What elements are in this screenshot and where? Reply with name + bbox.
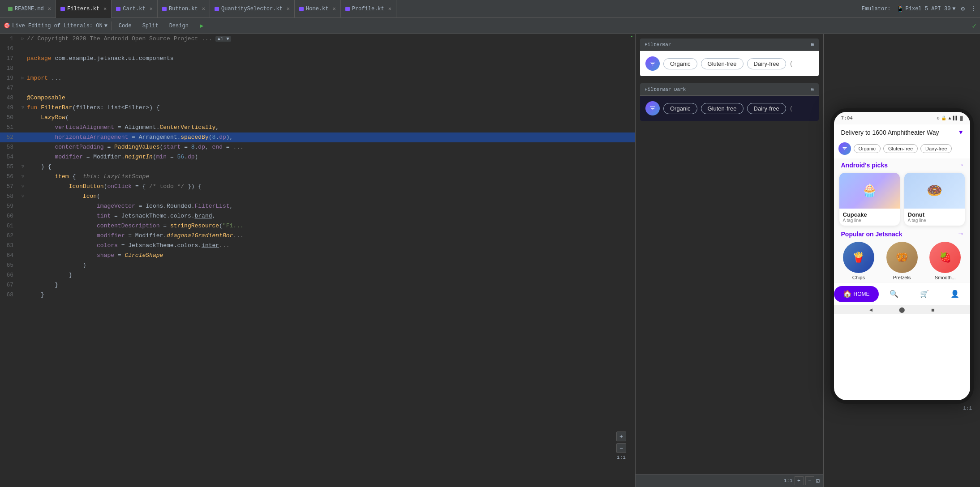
code-line-55: 55 ▽ ) { [0,162,635,172]
pretzels-card[interactable]: 🥨 Pretzels [882,242,921,280]
preview-zoom-level: 1:1 [784,478,793,483]
code-line-54: 54 modifier = Modifier.heightIn(min = 56… [0,152,635,162]
signal-icon: ▌▌ [953,116,958,121]
separator2 [196,21,196,30]
home-btn[interactable]: ⬤ [899,307,905,313]
code-line-60: 60 tint = JetsnackTheme.colors.brand, [0,211,635,221]
code-line-65: 65 ) [0,261,635,270]
tab-button[interactable]: Button.kt ✕ [158,0,210,18]
donut-tag: A tag line [908,218,961,223]
nav-cart[interactable]: 🛒 [909,290,940,298]
code-line-62: 62 modifier = Modifier.diagonalGradientB… [0,231,635,241]
preview-panel: FilterBar ⊞ Organic Gluten-free Dai [635,34,823,487]
phone-home-indicator: ◀ ⬤ ◼ [834,305,970,314]
code-line-64: 64 shape = CircleShape [0,251,635,261]
dairy-free-phone-chip[interactable]: Dairy-free [920,144,952,153]
settings-icon[interactable]: ⚙ [961,5,965,13]
chips-card[interactable]: 🍟 Chips [839,242,878,280]
right-gutter [628,34,635,487]
design-view-btn[interactable]: Design [166,22,192,30]
organic-phone-chip[interactable]: Organic [854,144,881,153]
code-line-59: 59 imageVector = Icons.Rounded.FilterLis… [0,201,635,211]
code-line-53: 53 contentPadding = PaddingValues(start … [0,142,635,152]
code-line-61: 61 contentDescription = stringResource("… [0,221,635,231]
filterbar-dark-title: FilterBar Dark [645,87,686,92]
code-lines: 1 ▷ // Copyright 2020 The Android Open S… [0,34,635,300]
code-line-17: 17 package com.example.jetsnack.ui.compo… [0,54,635,64]
phone-filter-icon[interactable] [838,142,851,155]
check-icon: ✓ [972,21,976,30]
cupcake-info: Cupcake A tag line [839,209,900,226]
filterbar-dark-body: Organic Gluten-free Dairy-free ( [640,96,819,121]
filterbar-light-card: FilterBar ⊞ Organic Gluten-free Dai [640,38,819,76]
tab-filters[interactable]: Filters.kt ✕ [56,0,112,18]
home-icon: 🏠 [843,290,852,298]
chips-name: Chips [852,275,865,280]
popular-arrow[interactable]: → [959,230,963,238]
donut-card[interactable]: 🍩 Donut A tag line [904,173,965,226]
nav-home[interactable]: 🏠 HOME [834,286,879,302]
battery-icon: ▓ [960,116,963,121]
code-line-48: 48 @Composable [0,93,635,103]
split-view-btn[interactable]: Split [139,22,162,30]
tab-profile[interactable]: Profile.kt ✕ [341,0,396,18]
code-line-66: 66 } [0,270,635,280]
phone-time: 7:04 [841,115,853,121]
popular-row: 🍟 Chips 🥨 Pretzels 🍓 Smooth... [834,240,970,282]
preview-mode-icon-dark[interactable]: ⊞ [811,86,814,93]
play-icon[interactable]: ▶ [200,22,203,30]
preview-zoom-in[interactable]: + [795,476,804,485]
more-icon[interactable]: ⋮ [970,5,976,13]
code-line-58: 58 ▽ Icon( [0,192,635,201]
cupcake-card[interactable]: 🧁 Cupcake A tag line [839,173,900,226]
right-panel: FilterBar ⊞ Organic Gluten-free Dai [635,34,980,487]
preview-fit-btn[interactable]: ⊡ [816,477,820,485]
separator [111,21,112,30]
zoom-in-btn[interactable]: + [616,431,626,441]
recents-btn[interactable]: ◼ [931,307,934,313]
tab-cart[interactable]: Cart.kt ✕ [112,0,158,18]
gluten-free-chip-light[interactable]: Gluten-free [701,58,744,69]
androids-picks-arrow[interactable]: → [959,161,963,169]
search-icon: 🔍 [890,290,898,298]
nav-profile[interactable]: 👤 [940,290,970,298]
nav-search[interactable]: 🔍 [879,290,909,298]
filterbar-light-header: FilterBar ⊞ [640,38,819,51]
filterbar-light-body: Organic Gluten-free Dairy-free ( [640,51,819,76]
dairy-free-chip-light[interactable]: Dairy-free [747,58,786,69]
live-editing-toggle[interactable]: 🎯 Live Editing of Literals: ON ▼ [4,22,107,29]
delivery-chevron-icon[interactable]: ▼ [959,129,963,136]
device-selector[interactable]: 📱 Pixel 5 API 30 ▼ [896,5,956,13]
code-line-56: 56 ▽ item { this: LazyListScope [0,172,635,182]
back-btn[interactable]: ◀ [869,307,873,313]
tab-home[interactable]: Home.kt ✕ [295,0,341,18]
dairy-free-chip-dark[interactable]: Dairy-free [747,103,786,114]
preview-mode-icon[interactable]: ⊞ [811,41,814,48]
top-bar-right: Emulator: 📱 Pixel 5 API 30 ▼ ⚙ ⋮ [862,5,976,13]
main-area: 1 ▷ // Copyright 2020 The Android Open S… [0,34,980,487]
code-line-63: 63 colors = JetsnackTheme.colors.inter..… [0,241,635,251]
gluten-free-chip-dark[interactable]: Gluten-free [701,103,744,114]
tab-readme[interactable]: README.md ✕ [4,0,56,18]
preview-content: FilterBar ⊞ Organic Gluten-free Dai [636,34,823,474]
filterbar-dark-header: FilterBar Dark ⊞ [640,83,819,96]
code-editor: 1 ▷ // Copyright 2020 The Android Open S… [0,34,635,487]
androids-picks-header: Android's picks → [834,158,970,171]
filterbar-dark-card: FilterBar Dark ⊞ Organic Gluten-free [640,83,819,121]
phone-zoom-level: 1:1 [963,406,972,411]
code-line-49: 49 ▽ fun FilterBar(filters: List<Filter>… [0,103,635,113]
code-view-btn[interactable]: Code [115,22,135,30]
donut-image: 🍩 [904,173,965,209]
organic-chip-dark[interactable]: Organic [663,103,697,114]
tab-quantity-selector[interactable]: QuantitySelector.kt ✕ [210,0,295,18]
zoom-level: 1:1 [616,455,626,460]
smoothie-card[interactable]: 🍓 Smooth... [926,242,965,280]
code-line-67: 67 } [0,280,635,290]
cupcake-tag: A tag line [843,218,896,223]
preview-zoom-bar: 1:1 + − ⊡ [636,474,823,487]
cupcake-name: Cupcake [843,211,896,218]
preview-zoom-out[interactable]: − [805,476,814,485]
gluten-free-phone-chip[interactable]: Gluten-free [883,144,918,153]
zoom-out-btn[interactable]: − [616,443,626,453]
organic-chip-light[interactable]: Organic [663,58,697,69]
